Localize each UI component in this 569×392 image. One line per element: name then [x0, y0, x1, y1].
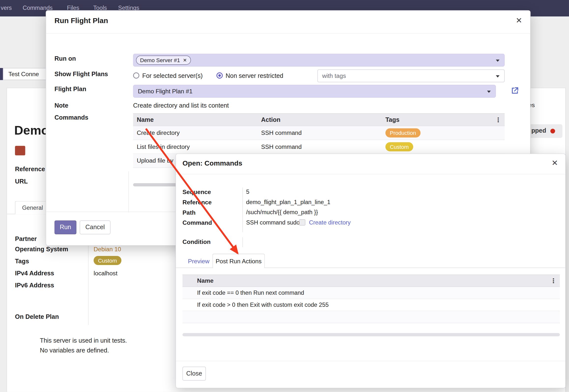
- row-action: SSH command: [261, 143, 302, 150]
- field-column-divider: [88, 234, 88, 325]
- on-delete-plan-label: On Delete Plan: [15, 313, 59, 321]
- unit-test-note-line2: No variables are defined.: [40, 347, 109, 354]
- command-value: SSH command sudo: [246, 219, 300, 226]
- note-value: Create directory and list its content: [133, 102, 229, 109]
- dropdown-caret-icon: [487, 90, 491, 93]
- tab-general[interactable]: General: [15, 201, 50, 214]
- reference-label: Reference: [15, 166, 45, 173]
- sequence-value: 5: [246, 189, 249, 195]
- table-row[interactable]: If exit code > 0 then Exit with custom e…: [183, 299, 560, 311]
- column-options-icon[interactable]: ⋮: [550, 277, 556, 285]
- path-label: Path: [183, 209, 196, 216]
- ipv6-label: IPv6 Address: [15, 282, 54, 289]
- selected-server-chip-label: Demo Server #1: [140, 57, 180, 63]
- tab-general-label: General: [22, 205, 43, 211]
- condition-label: Condition: [183, 238, 211, 245]
- radio-for-selected-servers[interactable]: [133, 72, 139, 79]
- selected-server-chip[interactable]: Demo Server #1 ✕: [136, 56, 191, 65]
- command-checkbox[interactable]: [299, 219, 305, 225]
- reference-value: demo_flight_plan_1_plan_line_1: [246, 199, 330, 206]
- page-title: Demo: [14, 123, 49, 138]
- tab-post-run-actions[interactable]: Post Run Actions: [213, 254, 265, 268]
- ipv4-label: IPv4 Address: [15, 270, 54, 277]
- open-commands-modal: Open: Commands ✕ Sequence 5 Reference de…: [175, 154, 566, 388]
- tab-post-run-actions-label: Post Run Actions: [216, 258, 262, 265]
- status-dot-icon: [550, 129, 555, 133]
- partial-button-edge[interactable]: [0, 68, 3, 80]
- status-badge-label: pped: [531, 127, 546, 135]
- with-tags-select[interactable]: with tags: [317, 70, 505, 82]
- external-link-icon[interactable]: [511, 86, 519, 95]
- with-tags-select-value: with tags: [322, 72, 346, 79]
- actions-table-header: Name ⋮: [183, 275, 560, 287]
- field-divider: [242, 188, 243, 232]
- modal-title: Open: Commands: [183, 159, 242, 168]
- create-directory-link[interactable]: Create directory: [309, 219, 351, 226]
- chip-remove-icon[interactable]: ✕: [183, 57, 187, 63]
- dropdown-caret-icon: [496, 59, 499, 62]
- run-on-server-input[interactable]: Demo Server #1 ✕: [133, 54, 505, 67]
- row-name: List files in directory: [137, 143, 190, 150]
- column-header-name[interactable]: Name: [137, 116, 154, 124]
- column-header-name[interactable]: Name: [197, 277, 213, 284]
- operating-system-value[interactable]: Debian 10: [94, 246, 121, 252]
- run-button[interactable]: Run: [55, 221, 76, 235]
- row-tag-badge: Custom: [385, 142, 413, 151]
- show-flight-plans-label: Show Flight Plans: [55, 70, 108, 78]
- ipv4-value: localhost: [94, 270, 117, 277]
- table-row-empty: [183, 311, 560, 323]
- modal-header-divider: [46, 33, 530, 33]
- close-icon[interactable]: ✕: [516, 16, 522, 24]
- sequence-label: Sequence: [183, 189, 211, 196]
- commands-label: Commands: [55, 114, 88, 121]
- test-connection-label: Test Conne: [8, 70, 39, 77]
- row-action: SSH command: [261, 129, 302, 136]
- column-options-icon[interactable]: ⋮: [495, 116, 501, 124]
- table-row[interactable]: Create directory SSH command Production: [133, 126, 505, 140]
- flight-plan-select-value: Demo Flight Plan #1: [138, 88, 193, 95]
- dropdown-caret-icon: [496, 75, 499, 77]
- tags-label: Tags: [15, 258, 29, 265]
- radio-non-server-restricted-label: Non server restricted: [226, 72, 283, 80]
- close-icon[interactable]: ✕: [552, 159, 558, 167]
- app-root: vers Commands Files Tools Settings Test …: [0, 0, 569, 392]
- note-label: Note: [55, 102, 68, 109]
- command-label: Command: [183, 219, 212, 226]
- row-name: If exit code == 0 then Run next command: [197, 290, 304, 296]
- flight-plan-label: Flight Plan: [55, 85, 86, 93]
- table-row[interactable]: List files in directory SSH command Cust…: [133, 140, 505, 154]
- table-row[interactable]: If exit code == 0 then Run next command: [183, 287, 560, 299]
- column-header-tags[interactable]: Tags: [385, 116, 399, 124]
- commands-table-header: Name Action Tags ⋮: [133, 113, 505, 126]
- url-label: URL: [15, 178, 28, 185]
- row-name: If exit code > 0 then Exit with custom e…: [197, 302, 328, 308]
- run-on-label: Run on: [55, 55, 76, 63]
- modal-title: Run Flight Plan: [55, 16, 108, 25]
- color-swatch[interactable]: [15, 146, 25, 155]
- horizontal-scrollbar-track[interactable]: [183, 333, 560, 336]
- flight-plan-select[interactable]: Demo Flight Plan #1: [133, 85, 496, 98]
- sheet-divider: [128, 171, 128, 212]
- path-value: /such/much/{{ demo_path }}: [246, 209, 318, 216]
- modal-header-divider: [176, 174, 565, 174]
- reference-label: Reference: [183, 199, 212, 206]
- row-tag-badge: Production: [385, 128, 420, 137]
- radio-non-server-restricted[interactable]: [216, 72, 223, 79]
- nav-item-servers[interactable]: vers: [1, 5, 12, 11]
- column-header-action[interactable]: Action: [261, 116, 281, 124]
- modal-footer-divider: [176, 361, 565, 361]
- operating-system-label: Operating System: [15, 246, 68, 253]
- unit-test-note-line1: This server is used in unit tests.: [40, 337, 127, 344]
- close-button[interactable]: Close: [183, 367, 206, 381]
- row-name: Upload file by: [137, 157, 173, 164]
- tag-badge: Custom: [94, 256, 121, 265]
- field-divider: [242, 237, 243, 247]
- partner-label: Partner: [15, 236, 37, 243]
- radio-for-selected-servers-label: For selected server(s): [142, 72, 203, 80]
- tab-preview[interactable]: Preview: [188, 258, 209, 265]
- row-name: Create directory: [137, 129, 180, 136]
- cancel-button[interactable]: Cancel: [80, 221, 110, 235]
